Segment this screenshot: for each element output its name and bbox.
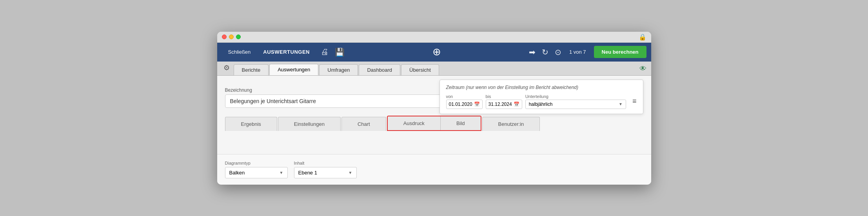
von-group: von 01.01.2020 📅 [446,94,483,109]
von-field[interactable]: 01.01.2020 📅 [446,100,483,109]
bottom-section: Diagrammtyp Balken ▼ Inhalt Ebene 1 ▼ [217,154,651,185]
inhalt-label: Inhalt [294,161,357,165]
toolbar-right: ➡ ↻ ⊙ 1 von 7 [527,46,589,58]
fullscreen-button[interactable] [236,34,241,39]
chevron-down-icon-inhalt: ▼ [349,171,352,175]
lock-icon: 🔒 [639,33,646,41]
content-area: Zeitraum (nur wenn von der Einstellung i… [217,76,651,154]
sub-tab-benutzer[interactable]: Benutzer:in [482,117,540,131]
zeit-panel-title: Zeitraum (nur wenn von der Einstellung i… [446,85,637,90]
toolbar-icons: 🖨 💾 [319,46,346,58]
tab-dashboard[interactable]: Dashboard [359,64,400,75]
unterteilung-group: Unterteilung halbjährlich ▼ [525,94,626,109]
sub-tab-bild[interactable]: Bild [441,116,481,130]
zeit-panel: Zeitraum (nur wenn von der Einstellung i… [439,80,643,114]
main-window: 🔒 Schließen AUSWERTUNGEN 🖨 💾 ⊕ ➡ ↻ ⊙ 1 v… [217,32,651,185]
diagrammtyp-group: Diagrammtyp Balken ▼ [225,161,288,178]
sub-tabs-wrapper: Ergebnis Einstellungen Chart Ausdruck Bi… [225,116,643,131]
sub-tab-ausdruck[interactable]: Ausdruck [388,116,441,130]
diagrammtyp-select[interactable]: Balken ▼ [225,167,288,178]
print-icon[interactable]: 🖨 [319,46,330,58]
bis-label: bis [486,94,522,99]
refresh-icon[interactable]: ↻ [540,46,550,58]
inhalt-value: Ebene 1 [298,170,317,176]
unterteilung-value: halbjährlich [529,102,553,107]
toolbar-title: AUSWERTUNGEN [257,47,316,57]
close-button[interactable]: Schließen [222,47,257,57]
diagrammtyp-label: Diagrammtyp [225,161,288,165]
von-label: von [446,94,483,99]
bis-value: 31.12.2024 [488,102,512,107]
bis-field[interactable]: 31.12.2024 📅 [486,100,522,109]
tab-berichte[interactable]: Berichte [234,64,269,75]
traffic-lights [222,34,241,39]
table-view-icon[interactable]: ≡ [632,97,637,105]
gear-icon[interactable]: ⚙ [220,62,233,74]
close-button[interactable] [222,34,227,39]
bis-group: bis 31.12.2024 📅 [486,94,522,109]
sub-tab-ergebnis[interactable]: Ergebnis [225,117,277,131]
highlighted-tabs-box: Ausdruck Bild [387,116,481,131]
sub-tab-chart[interactable]: Chart [341,117,386,131]
search-icon[interactable]: ⊙ [553,46,563,58]
tab-uebersicht[interactable]: Übersicht [401,64,439,75]
von-value: 01.01.2020 [449,102,472,107]
chevron-down-icon-diagramm: ▼ [280,171,283,175]
save-icon[interactable]: 💾 [333,46,346,58]
title-bar: 🔒 [217,32,651,43]
inhalt-select[interactable]: Ebene 1 ▼ [294,167,357,178]
bottom-row: Diagrammtyp Balken ▼ Inhalt Ebene 1 ▼ [225,161,643,178]
toolbar: Schließen AUSWERTUNGEN 🖨 💾 ⊕ ➡ ↻ ⊙ 1 von… [217,43,651,62]
add-button[interactable]: ⊕ [431,46,443,58]
plus-circle-icon: ⊕ [432,46,441,58]
navigate-icon[interactable]: ➡ [527,46,537,58]
zeit-row: von 01.01.2020 📅 bis 31.12.2024 📅 Untert… [446,94,637,109]
calendar-icon-von[interactable]: 📅 [474,102,480,107]
unterteilung-select[interactable]: halbjährlich ▼ [525,100,626,109]
neu-berechnen-button[interactable]: Neu berechnen [594,46,646,58]
diagrammtyp-value: Balken [229,170,245,176]
unterteilung-label: Unterteilung [525,94,626,99]
eye-icon: 👁 [639,65,646,73]
inhalt-group: Inhalt Ebene 1 ▼ [294,161,357,178]
tab-bar: ⚙ Berichte Auswertungen Umfragen Dashboa… [217,62,651,76]
page-indicator: 1 von 7 [566,49,589,55]
chevron-down-icon: ▼ [619,102,623,106]
tab-umfragen[interactable]: Umfragen [319,64,358,75]
calendar-icon-bis[interactable]: 📅 [514,102,519,107]
sub-tab-einstellungen[interactable]: Einstellungen [278,117,341,131]
minimize-button[interactable] [229,34,234,39]
toolbar-center: ⊕ [431,46,443,58]
tab-auswertungen[interactable]: Auswertungen [269,64,318,75]
